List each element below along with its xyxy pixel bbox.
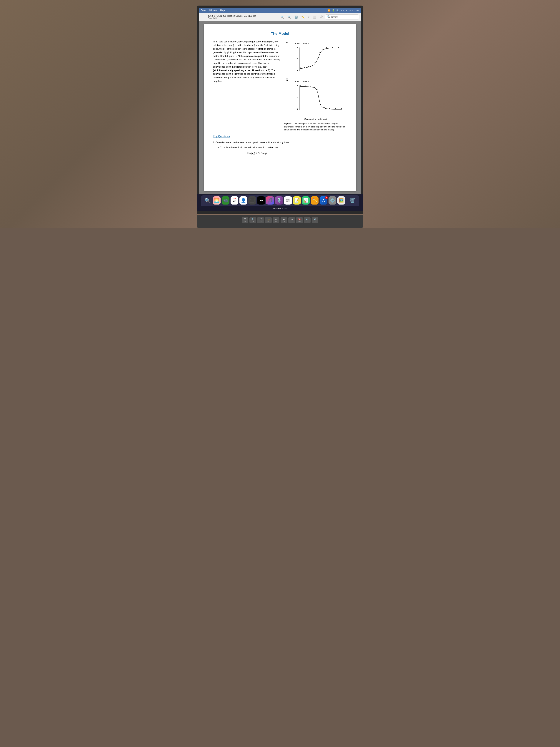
dock-area: 🔍 🌅 📹 OCT 28 👤 ⬛ ▶ tv 🎵 🎙️ 📰 xyxy=(197,194,363,211)
svg-text:14: 14 xyxy=(296,84,298,86)
chart1-box: pH Titration Curve 1 xyxy=(284,40,347,76)
key-f9[interactable]: ⏭ F9 xyxy=(288,217,295,223)
search-menubar-icon[interactable]: 🔍 xyxy=(336,9,339,12)
key-f3[interactable]: 80 F3 xyxy=(242,217,248,223)
chart1-title: Titration Curve 1 xyxy=(294,42,344,45)
key-f8[interactable]: ⏯ F8 xyxy=(281,217,287,223)
dock-divider xyxy=(347,197,347,205)
svg-marker-15 xyxy=(322,49,323,50)
menu-window[interactable]: Window xyxy=(209,9,217,12)
key-f4[interactable]: 🔍 F4 xyxy=(249,217,256,223)
dock-item-notes[interactable]: 📝 xyxy=(293,197,301,205)
f8-icon: ⏯ xyxy=(283,218,285,220)
pdf-title: The Model xyxy=(213,31,347,36)
x-axis-label: Volume of added titrant xyxy=(284,118,347,121)
dock-item-launchpad[interactable]: ⬛ xyxy=(248,197,256,205)
filename-label: c163_5_CA21_f20 Titration Curves TAV v1.… xyxy=(208,15,256,17)
wifi-icon: 📶 xyxy=(327,9,330,12)
laptop-frame: Tools Window Help 📶 🔋 🔍 Thu Oct 28 9:33 … xyxy=(197,5,363,194)
figure-caption-text: Two examples of titration curves where p… xyxy=(284,123,345,131)
dock-item-appstore[interactable]: Α 1 xyxy=(320,197,327,205)
chart1-svg: 14 7 0 xyxy=(294,46,344,73)
svg-text:14: 14 xyxy=(296,46,298,49)
desktop: Tools Window Help 📶 🔋 🔍 Thu Oct 28 9:33 … xyxy=(0,0,560,228)
menu-tools[interactable]: Tools xyxy=(201,9,206,12)
f11-icon: 🔉 xyxy=(306,218,309,221)
f3-icon: 80 xyxy=(244,218,246,220)
svg-text:7: 7 xyxy=(297,97,298,99)
zoom-in-button[interactable]: 🔍 xyxy=(279,15,285,19)
f9-label: F9 xyxy=(291,220,292,222)
svg-marker-17 xyxy=(332,47,333,48)
chevron-down-icon[interactable]: ▾ xyxy=(307,15,311,19)
f5-icon: 🎤 xyxy=(259,218,262,221)
page-number-label: Page 1 of 3 xyxy=(208,17,256,19)
svg-marker-12 xyxy=(315,62,316,63)
menu-help[interactable]: Help xyxy=(220,9,225,12)
question-1: 1. Consider a reaction between a monopro… xyxy=(213,141,347,144)
dock-item-preview[interactable]: 🖼️ xyxy=(338,197,345,205)
key-f10[interactable]: 🔇 F10 xyxy=(296,217,303,223)
f10-label: F10 xyxy=(298,221,301,222)
dock-item-facetime[interactable]: 📹 xyxy=(222,197,230,205)
dock-item-systemprefs[interactable]: ⚙️ xyxy=(328,197,336,205)
pdf-area: The Model In an acid-base titration, a s… xyxy=(199,21,361,194)
f10-icon: 🔇 xyxy=(298,218,301,221)
f6-icon: 🌙 xyxy=(267,218,270,221)
dock-item-trash[interactable]: 🗑️ xyxy=(348,197,356,205)
f4-label: F4 xyxy=(252,221,254,222)
f3-label: F3 xyxy=(244,220,246,222)
f7-label: F7 xyxy=(275,220,277,222)
battery-icon: 🔋 xyxy=(332,9,335,12)
key-f7[interactable]: ⏮ F7 xyxy=(273,217,279,223)
pdf-content: In an acid-base titration, a strong acid… xyxy=(213,40,347,131)
markup-button[interactable]: ✏️ xyxy=(300,15,305,19)
info-button[interactable]: ⓘ xyxy=(319,15,324,20)
key-questions-link[interactable]: Key Questions xyxy=(213,134,347,138)
zoom-out-button[interactable]: 🔍 xyxy=(287,15,292,19)
search-input[interactable] xyxy=(331,16,357,18)
dock-item-news[interactable]: 📰 xyxy=(284,197,292,205)
svg-text:0: 0 xyxy=(297,70,298,72)
key-f11[interactable]: 🔉 F11 xyxy=(304,217,311,223)
chart2-box: pH Titration Curve 2 xyxy=(284,78,347,116)
function-key-row: 80 F3 🔍 F4 🎤 F5 🌙 F6 ⏮ F7 ⏯ F8 xyxy=(199,217,361,223)
file-info: c163_5_CA21_f20 Titration Curves TAV v1.… xyxy=(208,15,256,19)
dock-item-music[interactable]: 🎵 xyxy=(266,197,274,205)
f11-label: F11 xyxy=(306,221,309,222)
dock-item-calendar[interactable]: OCT 28 xyxy=(231,197,238,205)
svg-marker-29 xyxy=(310,85,311,87)
chart1-y-label: pH xyxy=(285,41,289,43)
chart2-y-label: pH xyxy=(285,79,289,81)
dock-item-appletv[interactable]: ▶ tv xyxy=(257,197,265,205)
menu-bar: Tools Window Help 📶 🔋 🔍 Thu Oct 28 9:33 … xyxy=(199,8,361,13)
charts-column: pH Titration Curve 1 xyxy=(284,40,347,131)
screen: Tools Window Help 📶 🔋 🔍 Thu Oct 28 9:33 … xyxy=(199,8,361,194)
f12-label: F12 xyxy=(314,221,316,222)
svg-text:7: 7 xyxy=(297,58,298,60)
key-f5[interactable]: 🎤 F5 xyxy=(257,217,264,223)
dock-item-finder[interactable]: 🔍 xyxy=(204,197,212,205)
toolbar-center: 🔍 🔍 ⬆️ ✏️ ▾ ⬜ ⓘ xyxy=(279,15,324,20)
search-box[interactable]: 🔍 xyxy=(325,15,359,20)
dock-item-photos[interactable]: 🌅 xyxy=(213,197,220,205)
figure-caption: Figure 1. Two examples of titration curv… xyxy=(284,122,347,131)
key-f12[interactable]: 🔊 F12 xyxy=(312,217,318,223)
f6-label: F6 xyxy=(267,221,269,222)
datetime: Thu Oct 28 9:33 AM xyxy=(341,9,359,11)
toolbar-left: ☰ c163_5_CA21_f20 Titration Curves TAV v… xyxy=(201,15,278,19)
menu-bar-right: 📶 🔋 🔍 Thu Oct 28 9:33 AM xyxy=(327,9,359,12)
share-button[interactable]: ⬆️ xyxy=(293,15,299,19)
dock-item-contacts[interactable]: 👤 xyxy=(239,197,247,205)
keyboard: 80 F3 🔍 F4 🎤 F5 🌙 F6 ⏮ F7 ⏯ F8 xyxy=(197,215,363,228)
menu-bar-left: Tools Window Help xyxy=(201,9,224,12)
dock-item-pages[interactable]: ✏️ xyxy=(311,197,319,205)
window-button[interactable]: ⬜ xyxy=(312,15,317,19)
dock-item-podcasts[interactable]: 🎙️ xyxy=(275,197,283,205)
svg-marker-16 xyxy=(326,47,327,48)
key-f6[interactable]: 🌙 F6 xyxy=(265,217,272,223)
svg-marker-10 xyxy=(308,66,309,67)
f9-icon: ⏭ xyxy=(291,218,293,220)
dock-item-numbers[interactable]: 📊 xyxy=(302,197,310,205)
sidebar-toggle-button[interactable]: ☰ xyxy=(201,15,206,19)
